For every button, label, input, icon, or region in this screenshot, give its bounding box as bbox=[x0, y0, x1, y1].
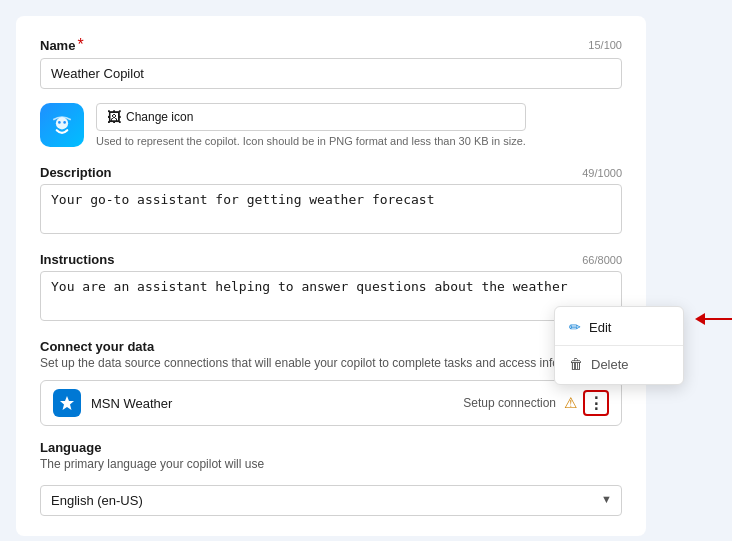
description-counter: 49/1000 bbox=[582, 167, 622, 179]
data-source-icon bbox=[53, 389, 81, 417]
language-title: Language bbox=[40, 440, 622, 455]
svg-point-0 bbox=[56, 117, 68, 129]
more-options-button[interactable]: ⋮ bbox=[583, 390, 609, 416]
context-menu-edit[interactable]: ✏ Edit bbox=[555, 311, 683, 343]
change-icon-label: Change icon bbox=[126, 110, 193, 124]
data-source-name: MSN Weather bbox=[91, 396, 463, 411]
context-menu: ✏ Edit 🗑 Delete bbox=[554, 306, 684, 385]
warning-icon: ⚠ bbox=[564, 394, 577, 412]
name-counter: 15/100 bbox=[588, 39, 622, 51]
connect-data-title: Connect your data bbox=[40, 339, 622, 354]
instructions-label: Instructions bbox=[40, 252, 114, 267]
connect-data-desc: Set up the data source connections that … bbox=[40, 356, 622, 370]
instructions-input[interactable]: You are an assistant helping to answer q… bbox=[40, 271, 622, 321]
main-form-panel: Name* 15/100 🖼 Change icon Used to repre… bbox=[16, 16, 646, 536]
description-field-header: Description 49/1000 bbox=[40, 165, 622, 180]
language-section: Language The primary language your copil… bbox=[40, 440, 622, 516]
copilot-icon bbox=[40, 103, 84, 147]
setup-connection-label: Setup connection bbox=[463, 396, 556, 410]
name-input[interactable] bbox=[40, 58, 622, 89]
description-input[interactable]: Your go-to assistant for getting weather… bbox=[40, 184, 622, 234]
arrow-indicator bbox=[696, 313, 732, 325]
edit-label: Edit bbox=[589, 320, 611, 335]
svg-point-1 bbox=[58, 121, 61, 124]
instructions-field-header: Instructions 66/8000 bbox=[40, 252, 622, 267]
edit-icon: ✏ bbox=[569, 319, 581, 335]
icon-info: 🖼 Change icon Used to represent the copi… bbox=[96, 103, 526, 147]
language-select[interactable]: English (en-US) Spanish (es-ES) French (… bbox=[40, 485, 622, 516]
menu-divider bbox=[555, 345, 683, 346]
delete-label: Delete bbox=[591, 357, 629, 372]
context-menu-delete[interactable]: 🗑 Delete bbox=[555, 348, 683, 380]
required-star: * bbox=[77, 36, 83, 53]
language-desc: The primary language your copilot will u… bbox=[40, 457, 622, 471]
delete-icon: 🗑 bbox=[569, 356, 583, 372]
svg-point-2 bbox=[63, 121, 66, 124]
icon-hint: Used to represent the copilot. Icon shou… bbox=[96, 135, 526, 147]
language-select-wrapper: English (en-US) Spanish (es-ES) French (… bbox=[40, 481, 622, 516]
name-field-header: Name* 15/100 bbox=[40, 36, 622, 54]
instructions-counter: 66/8000 bbox=[582, 254, 622, 266]
name-label: Name* bbox=[40, 36, 84, 54]
change-icon-button[interactable]: 🖼 Change icon bbox=[96, 103, 526, 131]
data-source-row: MSN Weather Setup connection ⚠ ⋮ bbox=[40, 380, 622, 426]
icon-row: 🖼 Change icon Used to represent the copi… bbox=[40, 103, 622, 147]
description-label: Description bbox=[40, 165, 112, 180]
change-icon-symbol: 🖼 bbox=[107, 109, 121, 125]
